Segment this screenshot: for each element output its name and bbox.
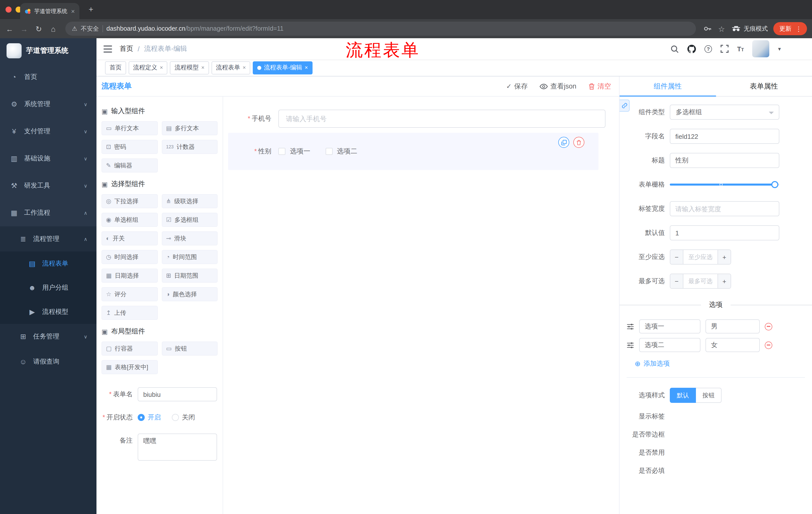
github-icon[interactable] <box>687 45 696 53</box>
option-value-input[interactable] <box>705 319 760 333</box>
palette-item-switch[interactable]: ◐开关 <box>102 231 157 245</box>
sidebar-item-home[interactable]: ◔ 首页 <box>0 63 96 90</box>
close-icon[interactable]: × <box>305 65 308 71</box>
form-canvas[interactable]: 手机号 性别 选项一 选项二 <box>223 97 619 514</box>
gender-option1-checkbox[interactable]: 选项一 <box>279 147 310 156</box>
sidebar-item-devtools[interactable]: ⚒ 研发工具 ∨ <box>0 172 96 199</box>
default-value-input[interactable] <box>670 225 779 240</box>
palette-item-password[interactable]: ⊡密码 <box>102 140 157 154</box>
option-label-input[interactable] <box>639 319 700 333</box>
palette-item-time-range[interactable]: ◔时间范围 <box>162 250 218 264</box>
tag-process-definition[interactable]: 流程定义 × <box>128 61 168 74</box>
add-option-button[interactable]: ⊕ 添加选项 <box>619 359 812 368</box>
caret-down-icon[interactable]: ▾ <box>778 46 781 52</box>
style-button-button[interactable]: 按钮 <box>696 388 722 403</box>
delete-component-button[interactable] <box>573 137 584 148</box>
fullscreen-icon[interactable] <box>721 45 729 53</box>
close-icon[interactable]: × <box>160 65 163 71</box>
external-link-button[interactable] <box>619 100 630 112</box>
palette-item-time-picker[interactable]: ◷时间选择 <box>102 250 157 264</box>
reload-icon[interactable]: ↻ <box>34 25 43 32</box>
slider-handle[interactable] <box>772 181 779 188</box>
drag-handle-icon[interactable] <box>627 323 634 330</box>
grid-slider[interactable] <box>670 177 779 192</box>
app-logo[interactable]: 芋道管理系统 <box>0 38 96 63</box>
back-icon[interactable]: ← <box>5 25 14 32</box>
sidebar-item-user-group[interactable]: ☻ 用户分组 <box>0 276 96 300</box>
plus-button[interactable]: + <box>718 274 731 288</box>
copy-component-button[interactable] <box>558 137 569 148</box>
status-on-radio[interactable]: 开启 <box>138 410 161 425</box>
tag-process-form[interactable]: 流程表单 × <box>211 61 251 74</box>
tab-close-icon[interactable]: × <box>71 8 75 14</box>
palette-item-slider[interactable]: ⊸滑块 <box>162 231 218 245</box>
palette-item-row-container[interactable]: ▢行容器 <box>102 342 157 356</box>
canvas-item-gender[interactable]: 性别 选项一 选项二 <box>228 133 599 170</box>
sidebar-item-infrastructure[interactable]: ▥ 基础设施 ∨ <box>0 145 96 172</box>
remove-option-icon[interactable] <box>765 341 772 349</box>
palette-item-button[interactable]: ▭按钮 <box>162 342 218 356</box>
sidebar-item-task-management[interactable]: ⊞ 任务管理 ∨ <box>0 324 96 349</box>
palette-item-multi-line-text[interactable]: ▤多行文本 <box>162 121 218 135</box>
new-tab-button[interactable]: + <box>85 4 96 15</box>
component-type-select[interactable]: 多选框组 <box>670 105 779 120</box>
forward-icon[interactable]: → <box>20 25 29 32</box>
title-input[interactable] <box>670 153 779 168</box>
field-name-input[interactable] <box>670 129 779 144</box>
phone-input[interactable] <box>279 110 606 128</box>
palette-item-radio-group[interactable]: ◉单选框组 <box>102 213 157 227</box>
minus-button[interactable]: − <box>670 274 684 288</box>
home-icon[interactable]: ⌂ <box>49 25 58 32</box>
palette-item-table[interactable]: ▦表格[开发中] <box>102 360 157 374</box>
palette-item-date-picker[interactable]: ▦日期选择 <box>102 269 157 283</box>
breadcrumb-home[interactable]: 首页 <box>120 44 133 53</box>
sidebar-item-leave-query[interactable]: ☺ 请假查询 <box>0 349 96 374</box>
font-size-icon[interactable]: TT <box>737 46 744 52</box>
tag-home[interactable]: 首页 <box>105 61 126 74</box>
palette-item-cascader[interactable]: ⋔级联选择 <box>162 194 218 208</box>
close-icon[interactable]: × <box>243 65 246 71</box>
help-icon[interactable]: ? <box>704 45 712 53</box>
update-button[interactable]: 更新 ⋮ <box>773 22 807 35</box>
plus-button[interactable]: + <box>718 250 731 264</box>
address-bar[interactable]: ⚠ 不安全 dashboard.yudao.iocoder.cn/bpm/man… <box>65 22 696 36</box>
view-json-button[interactable]: 查看json <box>540 82 576 91</box>
drag-handle-icon[interactable] <box>627 341 634 349</box>
tab-component-props[interactable]: 组件属性 <box>619 77 716 96</box>
palette-item-upload[interactable]: ↥上传 <box>102 306 157 320</box>
min-select-input[interactable] <box>684 250 718 264</box>
search-icon[interactable] <box>670 45 679 53</box>
palette-item-counter[interactable]: 123计数器 <box>162 140 218 154</box>
palette-item-editor[interactable]: ✎编辑器 <box>102 158 157 172</box>
browser-tab[interactable]: 芋道管理系统 × <box>20 3 79 19</box>
sidebar-item-system-management[interactable]: ⚙ 系统管理 ∨ <box>0 90 96 118</box>
close-icon[interactable]: × <box>201 65 204 71</box>
remove-option-icon[interactable] <box>765 323 772 330</box>
bookmark-star-icon[interactable]: ☆ <box>717 25 726 32</box>
gender-option2-checkbox[interactable]: 选项二 <box>325 147 357 156</box>
browser-menu-icon[interactable]: ⋮ <box>792 25 805 32</box>
sidebar-item-process-form[interactable]: ▤ 流程表单 <box>0 251 96 276</box>
option-value-input[interactable] <box>705 338 760 352</box>
avatar[interactable] <box>752 40 770 57</box>
palette-item-color-picker[interactable]: ◑颜色选择 <box>162 287 218 301</box>
style-default-button[interactable]: 默认 <box>670 388 696 403</box>
label-width-input[interactable] <box>670 201 779 216</box>
palette-item-rate[interactable]: ☆评分 <box>102 287 157 301</box>
palette-item-date-range[interactable]: ⊞日期范围 <box>162 269 218 283</box>
clear-button[interactable]: 清空 <box>588 82 611 91</box>
minus-button[interactable]: − <box>670 250 684 264</box>
tab-form-props[interactable]: 表单属性 <box>716 77 812 96</box>
sidebar-item-process-management[interactable]: ≣ 流程管理 ∧ <box>0 226 96 251</box>
window-close-button[interactable] <box>5 6 11 12</box>
form-name-input[interactable] <box>138 387 217 401</box>
status-off-radio[interactable]: 关闭 <box>172 410 195 425</box>
password-key-icon[interactable] <box>703 25 712 33</box>
security-warning-icon[interactable]: ⚠ <box>72 26 77 32</box>
palette-item-single-line-text[interactable]: ▭单行文本 <box>102 121 157 135</box>
save-button[interactable]: ✓ 保存 <box>506 82 528 91</box>
sidebar-item-process-model[interactable]: ▶ 流程模型 <box>0 300 96 324</box>
palette-item-checkbox-group[interactable]: ☑多选框组 <box>162 213 218 227</box>
palette-item-select[interactable]: ◎下拉选择 <box>102 194 157 208</box>
remark-textarea[interactable]: 嘿嘿 <box>138 434 217 461</box>
